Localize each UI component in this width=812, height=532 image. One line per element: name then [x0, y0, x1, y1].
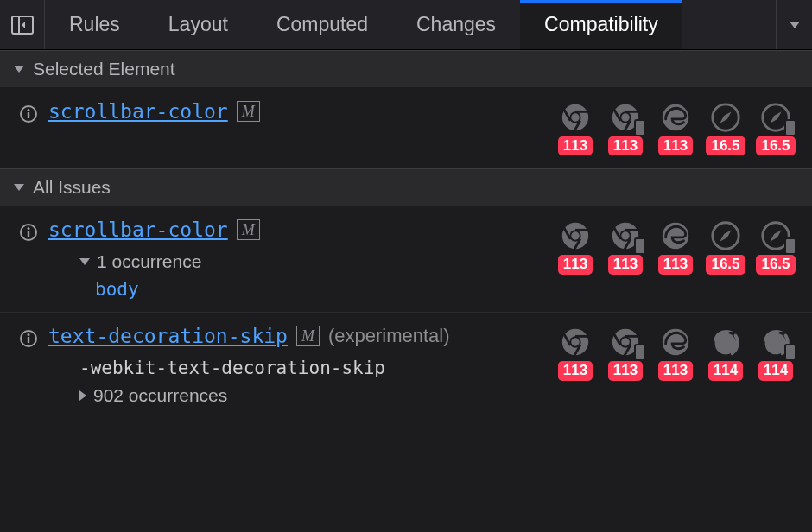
safari-mobile-icon: [758, 218, 793, 253]
svg-point-8: [571, 113, 580, 122]
firefox-mobile-icon: [758, 325, 793, 359]
section-title: Selected Element: [33, 59, 175, 79]
mdn-badge[interactable]: M: [237, 219, 260, 240]
section-selected-element[interactable]: Selected Element: [0, 50, 812, 88]
svg-rect-19: [28, 231, 29, 237]
compat-issue-row: text-decoration-skip M (experimental) -w…: [0, 313, 812, 418]
tabs: Rules Layout Computed Changes Compatibil…: [45, 0, 776, 49]
svg-marker-2: [22, 22, 25, 28]
browser-support-strip: 113113113114114: [553, 325, 798, 380]
tab-layout[interactable]: Layout: [144, 0, 252, 49]
svg-point-36: [571, 339, 580, 347]
browser-safari-mobile: 16.5: [753, 218, 798, 274]
mobile-indicator-icon: [634, 238, 646, 255]
browser-version-badge: 113: [558, 136, 593, 155]
browser-firefox: 114: [703, 325, 748, 380]
info-icon[interactable]: [19, 329, 38, 352]
disclosure-triangle-icon: [14, 66, 24, 73]
chrome-mobile-icon: [608, 325, 643, 359]
svg-point-11: [621, 113, 630, 122]
safari-mobile-icon: [758, 100, 793, 135]
tab-computed[interactable]: Computed: [252, 0, 392, 49]
svg-rect-5: [28, 112, 29, 118]
browser-version-badge: 113: [658, 136, 693, 155]
browser-version-badge: 113: [608, 361, 643, 380]
svg-marker-30: [770, 231, 781, 242]
svg-rect-33: [28, 337, 29, 343]
property-link[interactable]: scrollbar-color: [48, 218, 228, 241]
svg-point-4: [28, 109, 30, 111]
occurrences-toggle[interactable]: 902 occurrences: [79, 385, 542, 406]
browser-chrome: 113: [553, 100, 598, 155]
selector-link[interactable]: body: [79, 279, 542, 300]
compat-issue-row: scrollbar-color M 1 occurrence body 1131…: [0, 206, 812, 313]
browser-chrome-mobile: 113: [603, 218, 648, 274]
browser-support-strip: 11311311316.516.5: [553, 100, 798, 155]
browser-version-badge: 113: [658, 361, 693, 380]
chevron-down-icon: [790, 22, 800, 28]
svg-point-32: [28, 333, 30, 336]
svg-marker-14: [720, 111, 731, 123]
svg-point-25: [621, 232, 630, 241]
browser-version-badge: 113: [558, 361, 593, 380]
occurrences-label: 1 occurrence: [97, 251, 201, 272]
browser-version-badge: 113: [608, 136, 643, 155]
browser-version-badge: 16.5: [756, 136, 795, 155]
browser-chrome: 113: [553, 218, 598, 274]
occurrences-toggle[interactable]: 1 occurrence: [79, 251, 542, 272]
mobile-indicator-icon: [634, 344, 646, 361]
browser-version-badge: 113: [658, 255, 693, 274]
browser-version-badge: 113: [608, 255, 643, 274]
occurrences-label: 902 occurrences: [93, 385, 227, 406]
browser-chrome: 113: [553, 325, 598, 380]
sidebar-toggle-button[interactable]: [0, 0, 45, 49]
disclosure-triangle-icon: [79, 258, 90, 265]
chrome-icon: [558, 218, 593, 253]
browser-firefox-mobile: 114: [753, 325, 798, 380]
disclosure-triangle-icon: [14, 184, 24, 191]
svg-point-18: [28, 227, 30, 230]
info-icon[interactable]: [19, 104, 38, 128]
mdn-badge[interactable]: M: [237, 101, 260, 122]
mobile-indicator-icon: [634, 119, 646, 136]
browser-version-badge: 114: [708, 361, 743, 380]
compat-issue-row: scrollbar-color M 11311311316.516.5: [0, 88, 812, 168]
chrome-mobile-icon: [608, 100, 643, 135]
safari-icon: [708, 218, 743, 253]
browser-edge: 113: [653, 100, 698, 155]
info-icon[interactable]: [19, 223, 38, 246]
section-title: All Issues: [33, 177, 111, 198]
edge-icon: [658, 325, 693, 359]
tab-changes[interactable]: Changes: [392, 0, 520, 49]
browser-version-badge: 16.5: [706, 255, 745, 274]
property-link[interactable]: scrollbar-color: [48, 100, 228, 123]
tabs-overflow-button[interactable]: [776, 0, 812, 49]
property-link[interactable]: text-decoration-skip: [48, 325, 288, 347]
experimental-note: (experimental): [328, 325, 450, 347]
chrome-mobile-icon: [608, 218, 643, 253]
firefox-icon: [708, 325, 743, 359]
browser-edge: 113: [653, 218, 698, 274]
svg-marker-16: [770, 111, 781, 123]
mobile-indicator-icon: [784, 238, 796, 255]
property-alias: -webkit-text-decoration-skip: [79, 358, 542, 378]
disclosure-triangle-icon: [79, 390, 86, 401]
browser-version-badge: 114: [758, 361, 793, 380]
svg-point-39: [621, 339, 630, 347]
mdn-badge[interactable]: M: [296, 326, 320, 346]
edge-icon: [658, 218, 693, 253]
mobile-indicator-icon: [784, 119, 796, 136]
tab-rules[interactable]: Rules: [45, 0, 144, 49]
browser-support-strip: 11311311316.516.5: [553, 218, 798, 274]
browser-safari-mobile: 16.5: [753, 100, 798, 155]
section-all-issues[interactable]: All Issues: [0, 168, 812, 206]
browser-chrome-mobile: 113: [603, 100, 648, 155]
edge-icon: [658, 100, 693, 135]
browser-version-badge: 16.5: [706, 136, 745, 155]
browser-safari: 16.5: [703, 218, 748, 274]
safari-icon: [708, 100, 743, 135]
browser-version-badge: 16.5: [756, 255, 795, 274]
svg-point-22: [571, 232, 580, 241]
sidebar-toggle-icon: [11, 16, 34, 35]
tab-compatibility[interactable]: Compatibility: [520, 0, 682, 49]
